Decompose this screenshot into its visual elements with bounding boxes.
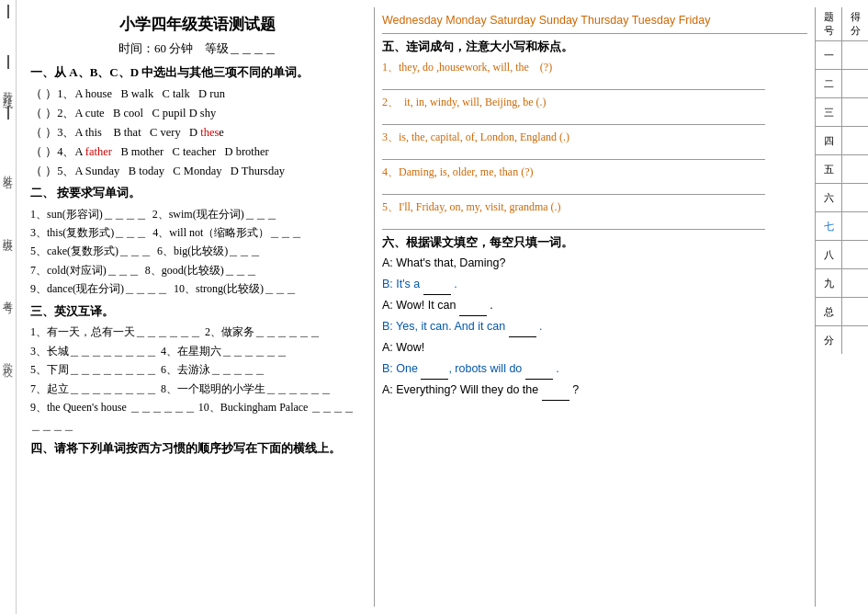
sentence-item-5: 5、I'll, Friday, on, my, visit, grandma (…	[382, 199, 807, 215]
list-item: （ ）1、A house B walk C talk D run	[30, 85, 365, 103]
score-header-num: 题号	[816, 7, 842, 40]
score-row: 分	[816, 326, 868, 354]
score-value	[842, 41, 868, 69]
answer-line-3	[382, 147, 765, 160]
score-num: 九	[816, 269, 842, 297]
dialog-line-a1: A: What's that, Daming?	[382, 254, 807, 273]
binding-label-5: 校	[1, 358, 15, 362]
list-item: （ ）2、A cute B cool C pupil D shy	[30, 104, 365, 122]
page-title: 小学四年级英语测试题	[30, 12, 365, 37]
section6-title: 六、根据课文填空，每空只填一词。	[382, 233, 807, 253]
section5-content: 1、they, do ,housework, will, the (?) 2、 …	[382, 59, 807, 230]
score-num: 分	[816, 326, 842, 354]
dialog-line-a3: A: Wow!	[382, 338, 807, 358]
sentence-item-4: 4、Daming, is, older, me, than (?)	[382, 164, 807, 180]
dialog-line-b2: B: Yes, it can. And it can .	[382, 317, 807, 337]
score-value	[842, 269, 868, 297]
section4-title: 四、请将下列单词按西方习惯的顺序抄写在下面的横线上。	[30, 439, 365, 459]
score-num: 一	[816, 41, 842, 69]
dialog-line-b1: B: It's a .	[382, 275, 807, 295]
score-row: 一	[816, 41, 868, 70]
score-num: 六	[816, 184, 842, 211]
score-row: 总	[816, 298, 868, 326]
score-value	[842, 155, 868, 183]
section2-title: 二、 按要求写单词。	[30, 184, 365, 203]
answer-line-4	[382, 182, 765, 195]
binding-strip: 装 订 线 姓 名 班 级 考 号 学 校	[0, 0, 17, 614]
score-value	[842, 326, 868, 354]
dialog-line-a2: A: Wow! It can .	[382, 296, 807, 316]
score-row: 七	[816, 212, 868, 241]
score-num: 三	[816, 98, 842, 126]
score-value	[842, 212, 868, 240]
page-subtitle: 时间：60 分钟 等级＿＿＿＿	[30, 40, 365, 59]
sentence-item-1: 1、they, do ,housework, will, the (?)	[382, 59, 807, 75]
list-item: （ ）5、A Sunday B today C Monday D Thursda…	[30, 162, 365, 180]
binding-label-2: 名	[1, 171, 15, 175]
sentence-item-3: 3、is, the, capital, of, London, England …	[382, 129, 807, 145]
dialog-line-a4: A: Everything? Will they do the ?	[382, 381, 807, 401]
binding-label-3: 级	[1, 233, 15, 237]
score-num: 四	[816, 127, 842, 154]
section1-title: 一、从 A、B、C、D 中选出与其他三项不同的单词。	[30, 63, 365, 83]
score-value	[842, 184, 868, 211]
words-list: Wednesday Monday Saturday Sunday Thursda…	[382, 12, 807, 29]
score-row: 八	[816, 241, 868, 269]
answer-line-1	[382, 77, 765, 90]
binding-label-4: 号	[1, 296, 15, 300]
score-header-score: 得分	[842, 7, 868, 40]
score-row: 二	[816, 70, 868, 98]
section3-title: 三、英汉互译。	[30, 302, 365, 322]
main-content: 小学四年级英语测试题 时间：60 分钟 等级＿＿＿＿ 一、从 A、B、C、D 中…	[17, 0, 868, 614]
list-item: （ ）3、A this B that C very D these	[30, 123, 365, 142]
sentence-item-2: 2、 it, in, windy, will, Beijing, be (.)	[382, 94, 807, 110]
left-panel: 小学四年级英语测试题 时间：60 分钟 等级＿＿＿＿ 一、从 A、B、C、D 中…	[17, 7, 375, 607]
section2-content: 1、sun(形容词)＿＿＿＿ 2、swim(现在分词)＿＿＿ 3、this(复数…	[30, 205, 365, 299]
list-item: （ ）4、A father B mother C teacher D broth…	[30, 142, 365, 161]
dialog-content: A: What's that, Daming? B: It's a . A: W…	[382, 254, 807, 401]
dialog-line-b3: B: One , robots will do .	[382, 359, 807, 380]
answer-line-5	[382, 217, 765, 230]
score-value	[842, 298, 868, 325]
score-num: 五	[816, 155, 842, 183]
score-num: 七	[816, 212, 842, 240]
score-row: 四	[816, 127, 868, 155]
right-panel: Wednesday Monday Saturday Sunday Thursda…	[375, 7, 815, 607]
score-num: 八	[816, 241, 842, 268]
section3-content: 1、有一天，总有一天＿＿＿＿＿＿ 2、做家务＿＿＿＿＿＿ 3、长城＿＿＿＿＿＿＿…	[30, 323, 365, 435]
score-value	[842, 98, 868, 126]
score-num: 二	[816, 70, 842, 97]
score-row: 九	[816, 269, 868, 298]
score-value	[842, 127, 868, 154]
score-row: 三	[816, 98, 868, 127]
divider	[382, 33, 807, 34]
section5-title: 五、连词成句，注意大小写和标点。	[382, 38, 807, 57]
score-panel: 题号 得分 一 二 三 四 五 六 七	[815, 7, 868, 607]
score-value	[842, 241, 868, 268]
score-value	[842, 70, 868, 97]
score-row: 五	[816, 155, 868, 184]
score-row: 六	[816, 184, 868, 212]
score-num: 总	[816, 298, 842, 325]
answer-line-2	[382, 112, 765, 125]
